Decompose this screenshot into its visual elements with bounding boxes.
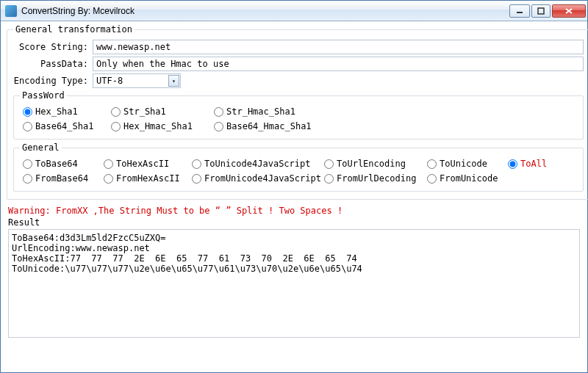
result-label: Result: [8, 217, 580, 228]
radio-tourlencoding[interactable]: ToUrlEncoding: [324, 159, 427, 169]
radio-tohexascii[interactable]: ToHexAscII: [104, 159, 192, 169]
passdata-label: PassData:: [13, 59, 93, 69]
radio-tounicode[interactable]: ToUnicode: [427, 159, 508, 169]
radio-fromunicode[interactable]: FromUnicode: [427, 173, 508, 184]
radio-toall[interactable]: ToAll: [508, 159, 574, 169]
radio-hex-sha1[interactable]: Hex_Sha1: [23, 106, 111, 117]
general-transformation-legend: General transformation: [13, 24, 135, 35]
radio-frombase64[interactable]: FromBase64: [23, 173, 104, 184]
password-group: PassWord Hex_Sha1 Str_Sha1 Str_Hmac_Sha1…: [13, 90, 584, 140]
result-output[interactable]: ToBase64:d3d3Lm5ld2FzcC5uZXQ= UrlEncodin…: [8, 229, 580, 338]
svg-rect-1: [538, 8, 544, 14]
radio-hex-hmac-sha1[interactable]: Hex_Hmac_Sha1: [111, 121, 214, 131]
score-string-label: Score String:: [13, 42, 93, 52]
app-icon: [5, 5, 17, 17]
general-transformation-group: General transformation Score String: Pas…: [7, 24, 588, 200]
radio-tounicode4js[interactable]: ToUnicode4JavaScript: [192, 159, 324, 169]
password-legend: PassWord: [20, 90, 67, 101]
radio-tobase64[interactable]: ToBase64: [23, 159, 104, 169]
radio-fromhexascii[interactable]: FromHexAscII: [104, 173, 192, 184]
app-window: ConvertString By: Mcevilrock General tra…: [0, 0, 588, 373]
score-string-input[interactable]: [93, 40, 584, 54]
encoding-type-combo[interactable]: ▾: [93, 73, 181, 88]
content-area: General transformation Score String: Pas…: [1, 21, 587, 372]
encoding-type-label: Encoding Type:: [13, 76, 93, 86]
window-title: ConvertString By: Mcevilrock: [21, 6, 509, 16]
warning-text: Warning: FromXX ,The String Must to be “…: [8, 206, 580, 216]
radio-base64-hmac-sha1[interactable]: Base64_Hmac_Sha1: [214, 121, 331, 131]
minimize-button[interactable]: [509, 4, 530, 18]
titlebar[interactable]: ConvertString By: Mcevilrock: [1, 1, 587, 21]
radio-base64-sha1[interactable]: Base64_Sha1: [23, 121, 111, 131]
radio-str-hmac-sha1[interactable]: Str_Hmac_Sha1: [214, 106, 331, 117]
radio-str-sha1[interactable]: Str_Sha1: [111, 106, 214, 117]
radio-fromunicode4js[interactable]: FromUnicode4JavaScript: [192, 173, 324, 184]
radio-fromurldecoding[interactable]: FromUrlDecoding: [324, 173, 427, 184]
close-button[interactable]: [552, 4, 586, 18]
general-legend: General: [20, 142, 62, 153]
general-group: General ToBase64 ToHexAscII ToUnicode4Ja…: [13, 142, 584, 192]
encoding-type-input[interactable]: [93, 73, 181, 88]
passdata-input[interactable]: [93, 57, 584, 71]
maximize-button[interactable]: [531, 4, 551, 18]
chevron-down-icon[interactable]: ▾: [168, 75, 179, 87]
